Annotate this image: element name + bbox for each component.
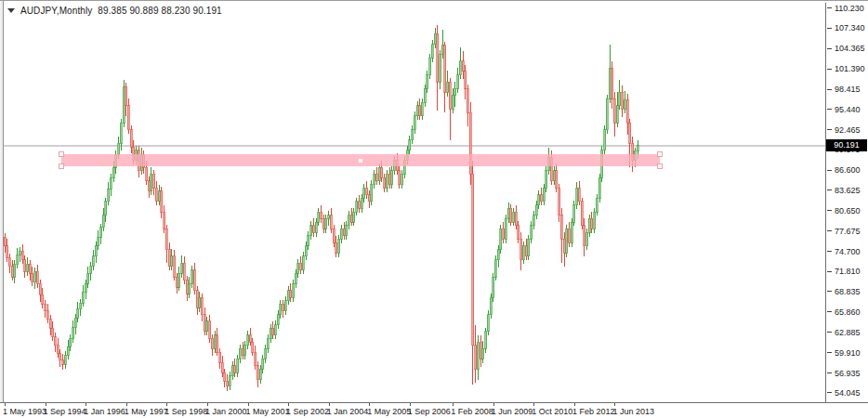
candle-body (19, 251, 20, 255)
candle-body (518, 226, 519, 240)
rectangle-handle[interactable] (59, 164, 64, 169)
candle-body (196, 291, 198, 307)
price-axis-tick (827, 89, 832, 90)
rectangle-handle[interactable] (59, 152, 64, 157)
time-axis-label: 1 May 2005 (367, 407, 411, 416)
candle-body (171, 256, 173, 267)
candle (52, 321, 54, 341)
candle (176, 273, 178, 294)
candle-body (267, 338, 269, 348)
candle-body (283, 304, 284, 310)
candle-body (515, 212, 517, 226)
symbol-timeframe-label: AUDJPY,Monthly (20, 6, 92, 16)
candle (64, 351, 66, 368)
candle-body (497, 250, 499, 260)
time-axis-label: 1 Sep 2002 (286, 407, 329, 416)
candle-body (305, 246, 307, 256)
time-axis-tick (574, 403, 575, 406)
price-axis-label: 59.910 (835, 348, 861, 358)
time-axis-label: 1 Sep 1994 (44, 407, 86, 416)
candle-body (49, 320, 51, 329)
candle (46, 304, 48, 323)
time-axis[interactable]: 1 May 19931 Sep 19941 Jan 19961 May 1997… (0, 402, 868, 418)
candle-body (295, 273, 296, 283)
candle (366, 181, 368, 199)
candle-body (302, 256, 304, 270)
candle-body (510, 208, 512, 222)
candle-body (462, 61, 464, 72)
candle (221, 356, 223, 377)
candle (606, 95, 608, 134)
candle (427, 71, 428, 93)
candle-body (540, 195, 542, 202)
time-axis-label: 1 Jan 2004 (327, 407, 369, 416)
candle (229, 372, 230, 390)
candle (267, 334, 269, 353)
candle-body (626, 100, 628, 123)
candle-body (27, 264, 29, 271)
candle (431, 40, 433, 62)
price-axis-label: 68.835 (835, 287, 861, 296)
candle (302, 252, 304, 274)
candle (477, 335, 479, 380)
candle-body (199, 297, 201, 307)
price-axis-tick (827, 170, 832, 171)
time-axis-tick (46, 403, 46, 406)
candle-body (209, 321, 211, 338)
candle-body (371, 185, 373, 202)
price-axis-tick (827, 372, 832, 373)
chart-plot-area[interactable] (4, 3, 825, 402)
candle-body (543, 188, 545, 202)
candle (535, 201, 537, 219)
candle (424, 85, 426, 107)
candle-body (274, 325, 276, 335)
rectangle-handle[interactable] (657, 164, 662, 169)
candle (622, 85, 624, 117)
candle-body (363, 188, 365, 198)
time-axis-tick (410, 403, 411, 406)
candle-body (42, 294, 44, 304)
candle-body (409, 140, 411, 150)
candle (578, 181, 580, 206)
candle-body (578, 188, 580, 202)
candle-body (290, 291, 292, 297)
time-axis-tick (85, 403, 86, 406)
candle (123, 80, 125, 127)
candle-body (77, 309, 79, 319)
candle-body (321, 212, 322, 218)
candle-body (563, 239, 565, 253)
price-axis-label: 98.415 (835, 85, 861, 94)
candle (191, 266, 193, 288)
price-axis-tick (827, 28, 832, 29)
price-axis-label: 104.365 (835, 44, 865, 53)
price-axis-tick (827, 291, 832, 292)
candle-body (21, 251, 23, 260)
candle (280, 300, 282, 319)
price-axis-label: 71.810 (835, 267, 861, 276)
candle-body (375, 174, 377, 180)
candle (148, 176, 150, 198)
candle-body (287, 291, 289, 301)
candle (374, 170, 375, 189)
candle-body (378, 167, 380, 181)
time-axis-label: 1 Feb 2008 (451, 407, 493, 416)
collapse-chart-icon[interactable] (7, 8, 15, 13)
candle-body (11, 267, 13, 277)
candle (32, 267, 33, 286)
candle-body (110, 177, 112, 189)
price-axis[interactable]: 110.230107.340104.365101.39098.41595.440… (825, 3, 868, 402)
candle-body (594, 212, 596, 229)
candle (467, 85, 468, 126)
rectangle-handle[interactable] (657, 152, 662, 157)
candle-body (553, 171, 555, 181)
price-axis-tick (827, 311, 832, 312)
candle-body (493, 277, 494, 297)
candle (609, 45, 611, 103)
candle (604, 125, 606, 154)
time-axis-label: 1 Sep 2006 (408, 407, 451, 416)
candle (543, 184, 545, 206)
time-axis-label: 1 May 1993 (3, 407, 46, 416)
candle-body (82, 292, 84, 303)
rectangle-center-handle[interactable] (359, 159, 362, 163)
candle (272, 321, 274, 339)
